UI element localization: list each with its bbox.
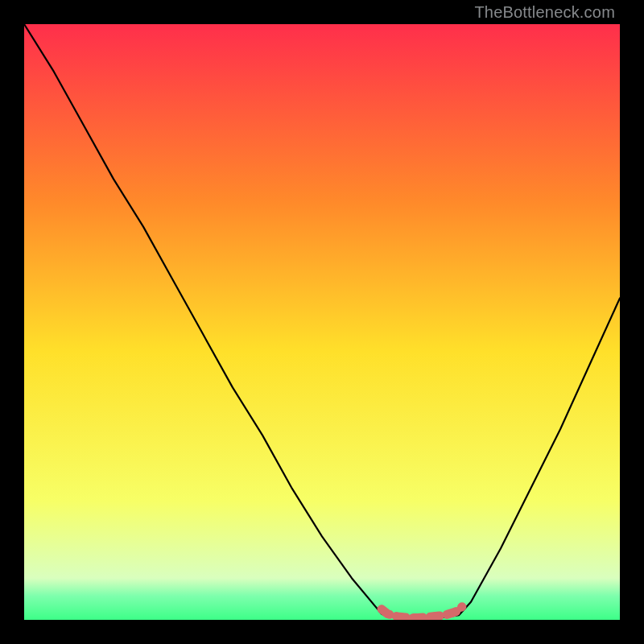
- chart-frame: TheBottleneck.com: [0, 0, 644, 644]
- chart-svg: [24, 24, 620, 620]
- bottleneck-curve: [24, 24, 620, 618]
- optimal-range-marker: [382, 607, 462, 618]
- watermark-text: TheBottleneck.com: [474, 3, 615, 22]
- plot-area: [24, 24, 620, 620]
